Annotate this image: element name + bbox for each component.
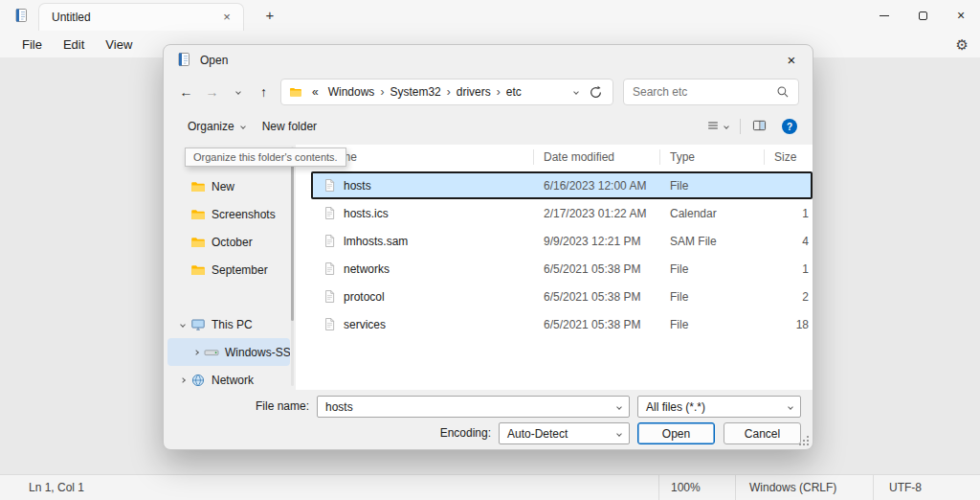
sidebar-item-network[interactable]: Network <box>167 366 290 390</box>
sidebar-item-label: Screenshots <box>212 208 276 221</box>
column-header-type[interactable]: Type <box>660 149 765 165</box>
tab-title: Untitled <box>52 11 91 24</box>
minimize-icon <box>880 15 889 16</box>
chevron-down-icon <box>616 404 622 410</box>
new-tab-button[interactable]: + <box>260 6 279 25</box>
menu-view[interactable]: View <box>95 34 143 56</box>
sidebar-scrollbar[interactable] <box>291 147 294 386</box>
file-name-cell: lmhosts.sam <box>323 234 534 248</box>
dialog-close-button[interactable]: × <box>770 45 813 75</box>
sidebar-item-screenshots[interactable]: Screenshots <box>167 200 290 228</box>
resize-grip[interactable] <box>798 435 810 446</box>
scrollbar-thumb[interactable] <box>291 152 294 321</box>
forward-button[interactable]: → <box>199 80 225 104</box>
file-date-modified: 6/5/2021 05:38 PM <box>534 318 660 331</box>
dialog-titlebar: Open × <box>164 45 813 76</box>
search-icon <box>776 85 790 99</box>
sidebar-item-windows-ssd[interactable]: Windows-SSD <box>167 338 290 366</box>
chevron-down-icon <box>235 89 241 95</box>
file-name-input[interactable]: hosts <box>317 396 630 418</box>
encoding-select[interactable]: Auto-Detect <box>499 422 630 444</box>
tab-close-icon[interactable]: × <box>218 9 235 26</box>
status-cursor-position: Ln 1, Col 1 <box>29 481 84 494</box>
menu-file[interactable]: File <box>11 34 53 56</box>
notepad-app-icon <box>13 8 29 23</box>
search-box[interactable]: Search etc <box>623 79 799 105</box>
file-row-protocol[interactable]: protocol6/5/2021 05:38 PMFile2 <box>311 283 813 310</box>
file-size: 1 <box>765 262 813 276</box>
file-date-modified: 6/5/2021 05:38 PM <box>534 290 660 304</box>
file-row-hosts[interactable]: hosts6/16/2023 12:00 AMFile <box>311 171 813 199</box>
organize-button[interactable]: Organize <box>179 115 254 138</box>
preview-pane-button[interactable] <box>747 115 771 139</box>
sidebar-item-this-pc[interactable]: This PC <box>167 310 290 338</box>
file-type: File <box>660 262 765 276</box>
chevron-right-icon[interactable] <box>189 351 204 354</box>
status-right-group: 100% Windows (CRLF) UTF-8 <box>658 475 980 500</box>
chevron-down-icon[interactable] <box>175 323 190 327</box>
window-controls: × <box>865 0 980 31</box>
dialog-title: Open <box>200 54 228 67</box>
new-folder-button[interactable]: New folder <box>254 115 325 138</box>
file-name-cell: networks <box>323 261 534 276</box>
recent-locations-chevron[interactable] <box>225 80 251 104</box>
address-dropdown-chevron[interactable] <box>566 90 587 94</box>
chevron-right-icon[interactable] <box>175 378 190 382</box>
sidebar-tree: GNewScreenshotsOctoberSeptemberThis PCWi… <box>167 145 290 390</box>
breadcrumb-item-drivers[interactable]: drivers <box>453 85 495 99</box>
pc-icon <box>190 317 206 332</box>
open-button[interactable]: Open <box>637 422 715 444</box>
file-name-cell: services <box>323 317 534 331</box>
preview-pane-icon <box>752 119 767 135</box>
column-header-size[interactable]: Size <box>765 149 813 165</box>
breadcrumb-overflow[interactable]: « <box>308 85 323 99</box>
tab-untitled[interactable]: Untitled × <box>38 3 244 31</box>
breadcrumb-item-windows[interactable]: Windows <box>324 85 379 99</box>
file-row-lmhosts-sam[interactable]: lmhosts.sam9/9/2023 12:21 PMSAM File4 <box>311 227 813 255</box>
breadcrumb-separator: › <box>495 85 502 99</box>
chevron-down-icon <box>240 124 246 129</box>
file-icon <box>323 206 338 220</box>
file-list: hosts6/16/2023 12:00 AMFilehosts.ics2/17… <box>311 171 813 338</box>
close-button[interactable]: × <box>942 0 980 31</box>
refresh-icon[interactable] <box>589 85 605 100</box>
file-date-modified: 6/16/2023 12:00 AM <box>534 179 660 193</box>
sidebar-item-september[interactable]: September <box>167 256 290 284</box>
column-header-name[interactable]: Name <box>323 149 534 165</box>
file-row-networks[interactable]: networks6/5/2021 05:38 PMFile1 <box>311 255 813 283</box>
breadcrumb-item-system32[interactable]: System32 <box>386 85 444 99</box>
notepad-window: Untitled × + × File Edit View ⚙ Ln 1, Co… <box>0 0 980 500</box>
status-line-ending[interactable]: Windows (CRLF) <box>735 475 873 500</box>
file-type-select[interactable]: All files (*.*) <box>637 396 801 418</box>
file-size: 1 <box>765 207 813 220</box>
sidebar-item-label: October <box>212 236 253 249</box>
file-type: File <box>660 290 765 304</box>
file-icon <box>323 261 338 276</box>
file-icon <box>323 289 338 304</box>
file-row-hosts-ics[interactable]: hosts.ics2/17/2023 01:22 AMCalendar1 <box>311 199 813 227</box>
minimize-button[interactable] <box>865 0 903 31</box>
status-encoding[interactable]: UTF-8 <box>873 475 980 500</box>
drive-icon <box>204 345 219 360</box>
sidebar-item-new[interactable]: New <box>167 172 290 200</box>
help-button[interactable]: ? <box>782 119 797 134</box>
status-bar: Ln 1, Col 1 100% Windows (CRLF) UTF-8 <box>0 474 980 500</box>
command-bar-right: ? <box>702 115 797 139</box>
cancel-button[interactable]: Cancel <box>724 422 801 444</box>
file-type: File <box>660 179 765 193</box>
view-mode-button[interactable] <box>702 115 733 139</box>
breadcrumb-item-etc[interactable]: etc <box>502 85 525 99</box>
settings-gear-icon[interactable]: ⚙ <box>956 37 969 52</box>
column-header-date-modified[interactable]: Date modified <box>534 149 660 165</box>
up-button[interactable]: ↑ <box>251 80 277 104</box>
divider <box>740 119 741 134</box>
menu-edit[interactable]: Edit <box>53 34 95 56</box>
file-row-services[interactable]: services6/5/2021 05:38 PMFile18 <box>311 310 813 338</box>
breadcrumb: Windows›System32›drivers›etc <box>324 85 525 99</box>
sidebar-item-october[interactable]: October <box>167 228 290 256</box>
address-bar[interactable]: « Windows›System32›drivers›etc <box>280 79 613 105</box>
maximize-button[interactable] <box>903 0 942 31</box>
status-zoom[interactable]: 100% <box>658 475 735 500</box>
encoding-value: Auto-Detect <box>507 427 568 441</box>
back-button[interactable]: ← <box>173 80 199 104</box>
